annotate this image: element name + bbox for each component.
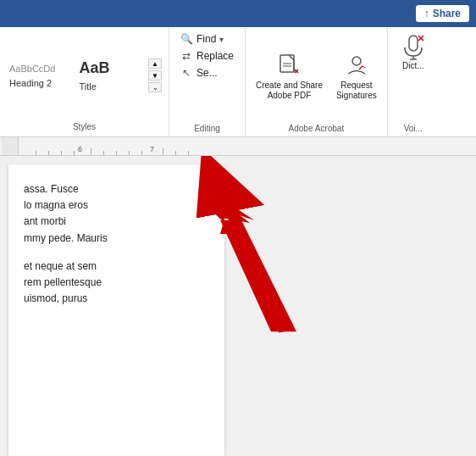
paragraph-2: et neque at sem rem pellentesque uismod,… xyxy=(24,259,209,308)
styles-scroll-down[interactable]: ▼ xyxy=(148,70,162,81)
document-page: assa. Fusce lo magna eros ant morbi mmy … xyxy=(8,164,224,456)
svg-rect-6 xyxy=(409,36,418,51)
create-pdf-icon xyxy=(275,52,302,79)
styles-expand[interactable]: ⌄ xyxy=(148,82,162,92)
style-item-heading2[interactable]: AaBbCcDd xyxy=(7,63,74,75)
svg-point-3 xyxy=(352,57,361,65)
share-label: Share xyxy=(433,8,461,19)
svg-line-12 xyxy=(230,212,284,331)
style-item-aab[interactable]: AaB xyxy=(77,58,144,78)
styles-scroll-up[interactable]: ▲ xyxy=(148,58,162,69)
ribbon: AaBbCcDd Heading 2 AaB Title ▲ ▼ ⌄ xyxy=(0,27,476,137)
editing-group: 🔍 Find ▾ ⇄ Replace ↖ Se... Editing xyxy=(169,27,246,136)
heading2-label: AaBbCcDd xyxy=(9,64,55,74)
svg-line-5 xyxy=(363,66,365,68)
replace-item[interactable]: ⇄ Replace xyxy=(176,47,238,64)
document-area: assa. Fusce lo magna eros ant morbi mmy … xyxy=(0,156,476,456)
paragraph-1: assa. Fusce lo magna eros ant morbi mmy … xyxy=(24,181,209,247)
aab-label: AaB xyxy=(80,59,110,77)
dictate-button[interactable]: Dict... xyxy=(395,31,432,75)
find-dropdown-arrow[interactable]: ▾ xyxy=(219,35,224,44)
ruler-7: 7 xyxy=(150,145,154,153)
style-item-label-title[interactable]: Title xyxy=(77,81,144,92)
voice-group-label: Voi... xyxy=(395,122,432,133)
top-bar: ↑ Share xyxy=(0,0,476,27)
find-item[interactable]: 🔍 Find ▾ xyxy=(176,31,238,47)
acrobat-group: Create and ShareAdobe PDF RequestSignatu… xyxy=(246,27,388,136)
styles-group-label: Styles xyxy=(7,120,162,133)
title-name: Title xyxy=(80,81,97,92)
styles-row-main: AaBbCcDd Heading 2 AaB Title ▲ ▼ ⌄ xyxy=(7,31,162,120)
share-icon: ↑ xyxy=(424,8,429,19)
replace-label: Replace xyxy=(196,50,234,62)
request-sig-icon xyxy=(343,52,370,79)
request-signatures-button[interactable]: RequestSignatures xyxy=(333,48,380,104)
create-pdf-button[interactable]: Create and ShareAdobe PDF xyxy=(252,48,326,104)
replace-icon: ⇄ xyxy=(180,49,193,63)
share-button[interactable]: ↑ Share xyxy=(416,5,469,22)
styles-scroll: ▲ ▼ ⌄ xyxy=(148,58,162,92)
styles-group: AaBbCcDd Heading 2 AaB Title ▲ ▼ ⌄ xyxy=(0,27,169,136)
voice-group: Dict... Voi... xyxy=(388,27,439,136)
heading2-name: Heading 2 xyxy=(9,78,52,88)
svg-line-4 xyxy=(359,66,363,70)
create-pdf-label: Create and ShareAdobe PDF xyxy=(256,81,323,101)
select-item[interactable]: ↖ Se... xyxy=(176,64,238,81)
find-label: Find xyxy=(196,33,216,45)
ruler-corner xyxy=(2,137,19,155)
editing-group-label: Editing xyxy=(176,122,238,133)
acrobat-group-label: Adobe Acrobat xyxy=(252,122,380,133)
ruler: 6 7 xyxy=(0,137,476,156)
ruler-6: 6 xyxy=(78,145,82,153)
dictate-icon xyxy=(400,34,427,61)
svg-marker-13 xyxy=(220,220,296,332)
find-icon: 🔍 xyxy=(180,32,193,46)
page-text: assa. Fusce lo magna eros ant morbi mmy … xyxy=(24,181,209,307)
ruler-marks: 6 7 xyxy=(19,137,474,155)
style-item-label-h2[interactable]: Heading 2 xyxy=(7,77,74,89)
dictate-label: Dict... xyxy=(402,61,424,71)
select-icon: ↖ xyxy=(180,66,193,80)
request-sig-label: RequestSignatures xyxy=(336,81,377,101)
select-label: Se... xyxy=(196,67,218,79)
acrobat-buttons: Create and ShareAdobe PDF RequestSignatu… xyxy=(252,31,380,122)
